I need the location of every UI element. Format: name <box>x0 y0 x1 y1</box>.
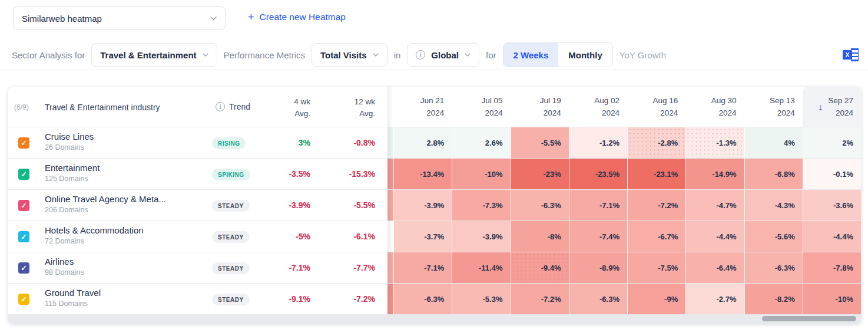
trend-column-header: i Trend <box>216 102 250 111</box>
row-name[interactable]: Cruise Lines <box>45 131 94 142</box>
heat-cell: -9.4% <box>511 252 569 284</box>
row-checkbox[interactable]: ✓ <box>18 231 29 242</box>
row-name-cell: Ground Travel 115 Domains <box>45 288 101 308</box>
tab-2-weeks[interactable]: 2 Weeks <box>503 43 559 67</box>
heat-cell: -3.7% <box>393 221 452 252</box>
info-icon[interactable]: i <box>216 102 225 111</box>
chevron-down-icon <box>203 53 208 57</box>
heatmap-selector[interactable]: Similarweb heatmap <box>13 6 226 30</box>
heat-cell: -6.8% <box>744 159 803 190</box>
heat-cell: -6.3% <box>569 284 627 315</box>
row-name[interactable]: Ground Travel <box>45 288 101 298</box>
date-column-header[interactable]: Aug 022024 <box>569 87 627 127</box>
heat-cell: -23% <box>511 159 569 190</box>
table-row: ✓ Ground Travel 115 Domains STEADY -9.1%… <box>8 283 861 314</box>
heat-cell: -6.4% <box>685 252 744 284</box>
date-headers: Jun 212024 Jul 052024 Jul 192024 Aug 022… <box>387 87 861 127</box>
heat-row: -6.3% -5.3% -7.2% -6.3% -9% -2.7% -8.2% … <box>387 284 861 315</box>
heat-row: 2.8% 2.6% -5.5% -1.2% -2.8% -1.3% 4% 2% <box>387 127 861 159</box>
trend-badge: STEADY <box>212 262 250 274</box>
heat-cell: -14.9% <box>685 159 744 190</box>
date-column-header[interactable]: Aug 302024 <box>685 87 744 127</box>
region-dropdown[interactable]: i Global <box>407 43 479 67</box>
heat-cell: -5.6% <box>744 221 803 252</box>
heat-cell: -4.3% <box>744 190 803 221</box>
heat-cell: -9% <box>627 284 685 315</box>
date-column-header[interactable]: Sep 132024 <box>744 87 803 127</box>
heat-cell: -23.1% <box>627 159 685 190</box>
heat-cell: -2.7% <box>685 284 744 315</box>
row-checkbox[interactable]: ✓ <box>18 169 29 180</box>
for-label: for <box>486 50 496 60</box>
avg-12wk-value: -7.7% <box>320 263 375 272</box>
heat-cell: -7.8% <box>803 252 861 284</box>
date-column-header-sorted[interactable]: ↓ Sep 272024 <box>803 87 861 127</box>
heat-cell: 2% <box>803 127 861 159</box>
check-icon: ✓ <box>21 139 26 147</box>
table-row: ✓ Cruise Lines 26 Domains RISING 3% -0.8… <box>8 127 861 158</box>
row-domains: 98 Domains <box>45 268 84 277</box>
check-icon: ✓ <box>21 264 26 272</box>
metrics-dropdown[interactable]: Total Visits <box>312 43 387 67</box>
date-column-header[interactable]: Jul 052024 <box>452 87 510 127</box>
heat-cell: -6.3% <box>393 284 452 315</box>
avg-4wk-value: -5% <box>256 232 310 241</box>
row-checkbox[interactable]: ✓ <box>18 200 29 211</box>
row-name-cell: Online Travel Agency & Meta... 206 Domai… <box>45 194 166 214</box>
date-column-header[interactable]: Jun 212024 <box>393 87 452 127</box>
trend-badge: STEADY <box>212 200 250 212</box>
heat-cell: -6.3% <box>511 190 569 221</box>
row-name[interactable]: Entertainment <box>45 163 100 173</box>
horizontal-scrollbar[interactable] <box>8 314 861 324</box>
row-domains: 206 Domains <box>45 206 166 214</box>
info-icon: i <box>416 50 425 60</box>
heat-cell: -6.7% <box>627 221 685 252</box>
heat-cell: -3.9% <box>452 221 510 252</box>
partial-column-sliver <box>387 284 393 315</box>
avg-4wk-value: -9.1% <box>256 294 310 304</box>
performance-metrics-label: Performance Metrics <box>224 50 305 60</box>
heat-cell: -1.3% <box>685 127 744 159</box>
heat-cell: -7.5% <box>627 252 685 284</box>
heat-cell: -7.1% <box>393 252 452 284</box>
industry-column-header: Travel & Entertainment industry <box>45 103 160 112</box>
scrollbar-thumb[interactable] <box>762 316 856 321</box>
heat-row: -3.7% -3.9% -8% -7.4% -6.7% -4.4% -5.6% … <box>387 221 861 252</box>
row-name[interactable]: Airlines <box>45 256 84 267</box>
row-name[interactable]: Hotels & Accommodation <box>45 225 144 235</box>
heat-cell: -2.8% <box>627 127 685 159</box>
heat-cell: -7.3% <box>452 190 510 221</box>
row-name-cell: Entertainment 125 Domains <box>45 163 100 183</box>
sector-dropdown[interactable]: Travel & Entertainment <box>91 43 217 67</box>
check-icon: ✓ <box>21 170 26 179</box>
heat-cell: -8% <box>511 221 569 252</box>
avg-12wk-value: -5.5% <box>320 200 375 210</box>
toolbar-divider <box>0 70 868 70</box>
row-name[interactable]: Online Travel Agency & Meta... <box>45 194 166 204</box>
create-heatmap-label: Create new Heatmap <box>260 12 346 22</box>
trend-badge: STEADY <box>212 294 250 305</box>
create-heatmap-button[interactable]: + Create new Heatmap <box>248 12 346 22</box>
tab-monthly[interactable]: Monthly <box>558 43 612 67</box>
in-label: in <box>394 50 401 60</box>
row-checkbox[interactable]: ✓ <box>18 262 29 274</box>
heat-cell: -4.4% <box>685 221 744 252</box>
row-checkbox[interactable]: ✓ <box>18 294 29 305</box>
plus-icon: + <box>248 12 254 22</box>
heat-cell: -7.2% <box>511 284 569 315</box>
row-checkbox[interactable]: ✓ <box>18 137 29 149</box>
heatmap-selector-value: Similarweb heatmap <box>22 14 102 24</box>
toolbar: Sector Analysis for Travel & Entertainme… <box>12 42 833 67</box>
date-column-header[interactable]: Jul 192024 <box>511 87 569 127</box>
avg-4wk-value: -3.5% <box>256 169 310 179</box>
date-column-header[interactable]: Aug 162024 <box>627 87 685 127</box>
heat-cell: -5.3% <box>452 284 510 315</box>
heat-cell: -10% <box>803 284 861 315</box>
trend-header-label: Trend <box>229 102 250 111</box>
region-dropdown-value: Global <box>431 50 459 60</box>
date-header-spacer <box>387 87 393 127</box>
sort-descending-icon: ↓ <box>818 102 823 113</box>
excel-export-icon[interactable]: X <box>843 48 859 61</box>
heat-cell: 2.6% <box>452 127 510 159</box>
avg-4wk-value: -7.1% <box>256 263 310 272</box>
